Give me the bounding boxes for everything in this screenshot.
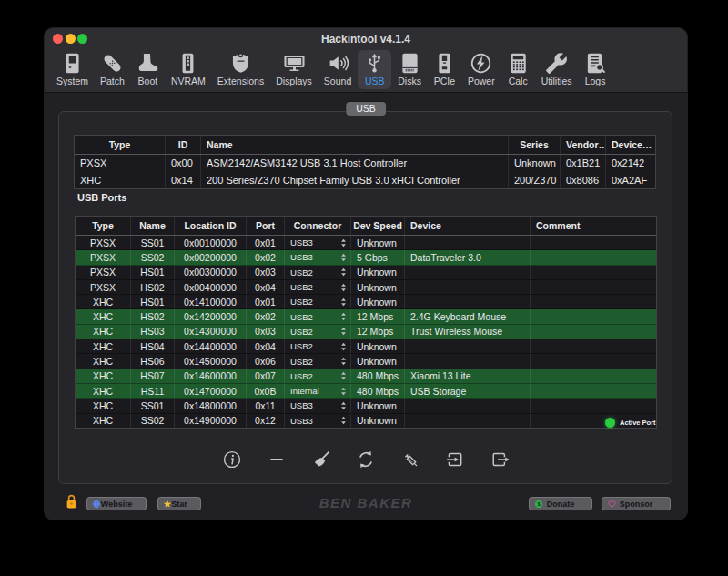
toolbar-item-displays[interactable]: Displays	[270, 50, 318, 89]
cell	[531, 295, 654, 308]
info-icon	[222, 450, 242, 470]
cell	[531, 354, 654, 368]
usb-port-row[interactable]: XHCHS110x147000000x0BInternal480 MbpsUSB…	[76, 384, 656, 399]
controllers-col-0[interactable]: Type	[75, 136, 166, 154]
logs-icon	[584, 52, 607, 75]
usb-port-row[interactable]: XHCHS030x143000000x03USB212 MbpsTrust Wi…	[76, 325, 656, 339]
usb-port-row[interactable]: XHCHS070x146000000x07USB2480 MbpsXiaomi …	[76, 369, 656, 384]
connector-popup[interactable]: USB2	[285, 280, 351, 294]
connector-popup[interactable]: USB2	[285, 266, 351, 279]
cell: Unknown	[351, 280, 405, 294]
dollar-icon: $	[534, 500, 543, 509]
controllers-col-1[interactable]: ID	[166, 136, 201, 154]
toolbar-item-patch[interactable]: Patch	[95, 50, 130, 89]
connector-popup[interactable]: USB2	[285, 369, 351, 383]
usb-port-row[interactable]: XHCHS020x142000000x02USB212 Mbps2.4G Key…	[76, 309, 656, 324]
toolbar-item-usb[interactable]: USB	[358, 50, 391, 89]
toolbar-item-power[interactable]: Power	[462, 50, 500, 89]
stepper-arrows-icon	[340, 327, 347, 336]
ports-header: TypeNameLocation IDPortConnectorDev Spee…	[76, 217, 656, 236]
toolbar-item-sound[interactable]: Sound	[318, 50, 357, 89]
ports-col-2[interactable]: Location ID	[175, 217, 247, 235]
usb-port-row[interactable]: XHCHS060x145000000x06USB2Unknown	[76, 354, 656, 369]
cell	[405, 339, 531, 353]
website-button[interactable]: Website	[86, 497, 147, 510]
inject-button[interactable]	[399, 449, 421, 470]
close-button[interactable]	[53, 34, 63, 44]
sponsor-button[interactable]: Sponsor	[602, 497, 671, 510]
import-button[interactable]	[444, 449, 466, 470]
usb-port-row[interactable]: XHCSS010x148000000x11USB3Unknown	[76, 399, 656, 413]
titlebar[interactable]: Hackintool v4.1.4	[45, 28, 687, 50]
toolbar-item-logs[interactable]: Logs	[579, 50, 612, 89]
heart-icon	[607, 499, 617, 509]
ports-body: PXSXSS010x001000000x01USB3UnknownPXSXSS0…	[76, 236, 656, 428]
controllers-col-3[interactable]: Series	[509, 136, 561, 154]
connector-popup[interactable]: USB2	[285, 309, 351, 323]
star-button[interactable]: Star	[157, 497, 201, 510]
usb-port-row[interactable]: XHCHS040x144000000x04USB2Unknown	[76, 339, 656, 354]
extensions-icon	[229, 52, 252, 75]
usb-port-row[interactable]: PXSXHS020x004000000x04USB2Unknown	[76, 280, 656, 295]
connector-popup[interactable]: USB2	[285, 295, 351, 308]
export-button[interactable]	[489, 449, 511, 470]
connector-popup[interactable]: USB3	[285, 250, 351, 264]
inject-icon	[400, 450, 420, 470]
cell: HS02	[131, 309, 175, 323]
cell: 0x14500000	[175, 354, 247, 368]
cell: USB Storage	[405, 384, 531, 398]
cell: XHC	[76, 339, 131, 353]
donate-button[interactable]: $ Donate	[529, 497, 592, 510]
utilities-icon	[545, 52, 568, 75]
info-button[interactable]	[221, 449, 243, 470]
toolbar-item-extensions[interactable]: Extensions	[212, 50, 269, 89]
cell: Unknown	[351, 236, 405, 249]
toolbar-item-disks[interactable]: Disks	[392, 50, 427, 89]
stepper-arrows-icon	[340, 283, 347, 292]
cell: 0x00100000	[175, 236, 247, 249]
toolbar-item-boot[interactable]: Boot	[131, 50, 165, 89]
clean-icon	[311, 450, 331, 470]
controllers-col-2[interactable]: Name	[201, 136, 509, 154]
tab-usb[interactable]: USB	[346, 102, 386, 116]
ports-col-5[interactable]: Dev Speed	[351, 217, 405, 235]
controllers-col-4[interactable]: Vendor…	[561, 136, 606, 154]
zoom-button[interactable]	[77, 34, 87, 44]
lock-button[interactable]	[65, 492, 78, 513]
cell: 480 Mbps	[351, 369, 405, 383]
ports-col-7[interactable]: Comment	[531, 217, 654, 235]
ports-col-1[interactable]: Name	[131, 217, 175, 235]
connector-popup[interactable]: USB3	[285, 414, 351, 428]
usb-port-row[interactable]: PXSXSS020x002000000x02USB35 GbpsDataTrav…	[76, 250, 656, 265]
toolbar-item-utilities[interactable]: Utilities	[536, 50, 578, 89]
toolbar-item-calc[interactable]: Calc	[501, 50, 535, 89]
traffic-lights	[53, 34, 87, 44]
usb-port-row[interactable]: XHCSS020x149000000x12USB3Unknown	[76, 414, 656, 428]
connector-popup[interactable]: USB3	[285, 399, 351, 412]
connector-popup[interactable]: Internal	[285, 384, 351, 398]
toolbar-item-pcie[interactable]: PCIe	[428, 50, 461, 89]
toolbar-item-nvram[interactable]: NVRAM	[166, 50, 211, 89]
refresh-button[interactable]	[355, 449, 377, 470]
usb-port-row[interactable]: XHCHS010x141000000x01USB2Unknown	[76, 295, 656, 309]
ports-col-0[interactable]: Type	[76, 217, 131, 235]
stepper-arrows-icon	[340, 387, 347, 396]
controller-row[interactable]: XHC0x14200 Series/Z370 Chipset Family US…	[75, 172, 655, 189]
connector-popup[interactable]: USB2	[285, 354, 351, 368]
toolbar-item-system[interactable]: System	[51, 50, 94, 89]
cell: XHC	[76, 399, 131, 412]
usb-port-row[interactable]: PXSXSS010x001000000x01USB3Unknown	[76, 236, 656, 250]
usb-port-row[interactable]: PXSXHS010x003000000x03USB2Unknown	[76, 266, 656, 280]
ports-col-3[interactable]: Port	[247, 217, 285, 235]
connector-popup[interactable]: USB2	[285, 325, 351, 339]
clean-button[interactable]	[310, 449, 332, 470]
connector-popup[interactable]: USB3	[285, 236, 351, 249]
minimize-button[interactable]	[66, 34, 76, 44]
export-icon	[490, 450, 510, 470]
ports-col-4[interactable]: Connector	[285, 217, 351, 235]
controller-row[interactable]: PXSX0x00ASM2142/ASM3142 USB 3.1 Host Con…	[75, 155, 655, 172]
remove-button[interactable]	[266, 449, 288, 470]
ports-col-6[interactable]: Device	[405, 217, 531, 235]
controllers-col-5[interactable]: Device…	[606, 136, 653, 154]
connector-popup[interactable]: USB2	[285, 339, 351, 353]
